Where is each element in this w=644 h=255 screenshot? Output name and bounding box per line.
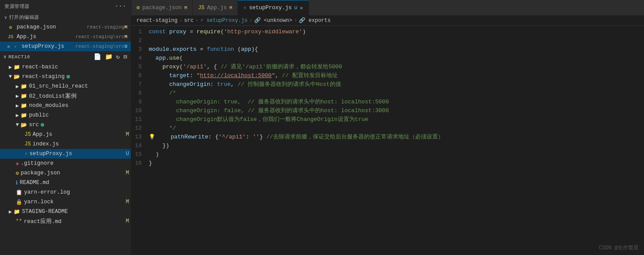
log-icon: 📋 — [16, 189, 22, 196]
tree-item-yarn-error-log[interactable]: 📋 yarn-error.log — [0, 188, 131, 197]
tree-item-label: react应用.md — [24, 218, 61, 225]
tab-close-icon[interactable]: ✕ — [300, 5, 303, 11]
tree-item-src[interactable]: ▼ 📂 src — [0, 120, 131, 130]
code-line-2: 2 — [131, 36, 644, 45]
line-content: module.exports = function (app){ — [149, 45, 644, 54]
tab-badge-m: M — [184, 5, 187, 11]
breadcrumb-sep2: › — [195, 18, 198, 24]
open-file-setupproxy[interactable]: ✕ ⚡ setupProxy.js react-staging\src U — [0, 42, 131, 51]
close-icon[interactable]: ✕ — [7, 43, 10, 50]
code-line-8: 8 /* — [131, 89, 644, 98]
code-line-10: 10 changeOrigin: false, // 服务器收到的请求头中的ho… — [131, 106, 644, 115]
tree-item-readme[interactable]: ℹ README.md — [0, 178, 131, 188]
collapse-icon[interactable]: ⊟ — [123, 53, 127, 60]
folder-icon: 📁 — [21, 112, 27, 119]
tab-label: package.json — [142, 5, 182, 11]
badge-m: M — [126, 218, 129, 224]
line-num: 10 — [131, 106, 149, 115]
refresh-icon[interactable]: ↻ — [116, 53, 120, 60]
code-line-9: 9 changeOrigin: true, // 服务器收到的请求头中的host… — [131, 98, 644, 106]
line-num: 16 — [131, 159, 149, 168]
badge-m: M — [126, 199, 129, 205]
modified-dot — [66, 75, 70, 78]
tab-js-icon: JS — [198, 5, 204, 11]
line-content: proxy('/api1', { // 遇见'/api1'前缀的请求，都会转发给… — [149, 63, 644, 71]
code-line-3: 3 module.exports = function (app){ — [131, 45, 644, 54]
folder-icon: 📁 — [14, 209, 20, 215]
open-file-name: setupProxy.js — [21, 43, 73, 50]
tree-item-react-yingyong[interactable]: ** react应用.md M — [0, 216, 131, 226]
modified-badge: M — [124, 25, 127, 30]
chevron-right-icon: ▶ — [9, 209, 12, 215]
ellipsis-icon[interactable]: ··· — [115, 3, 126, 10]
tree-item-yarn-lock[interactable]: 🔒 yarn.lock M — [0, 197, 131, 207]
chevron-right-icon: ▶ — [16, 103, 19, 109]
lightbulb-icon[interactable]: 💡 — [149, 134, 155, 140]
tree-item-gitignore[interactable]: ◈ .gitignore — [0, 159, 131, 168]
line-num: 12 — [131, 124, 149, 133]
tree-item-label: 02_todoList案例 — [29, 92, 77, 100]
breadcrumb-exports: 🔗 exports — [299, 17, 331, 24]
tree-item-02todo[interactable]: ▶ 📁 02_todoList案例 — [0, 91, 131, 101]
chevron-down-icon: ▼ — [9, 74, 12, 80]
breadcrumb-react-staging[interactable]: react-staging — [136, 18, 178, 24]
line-content: changeOrigin默认值为false，但我们一般将ChangeOrigin… — [149, 115, 644, 124]
folder-icon: 📁 — [21, 103, 27, 109]
modified-dot — [41, 123, 44, 127]
breadcrumb-sep4: › — [294, 18, 297, 24]
new-folder-icon[interactable]: 📁 — [105, 53, 113, 60]
line-num: 6 — [131, 71, 149, 80]
json-icon: ⚙ — [16, 170, 19, 177]
breadcrumb-setupproxy[interactable]: ⚡ setupProxy.js — [200, 17, 248, 24]
line-num: 13 — [131, 133, 149, 142]
tree-item-01src[interactable]: ▶ 📁 01_src_hello_react — [0, 81, 131, 91]
tab-bar: ⚙ package.json M JS App.js M ⚡ setupProx… — [131, 0, 644, 15]
proxy-file-icon: ⚡ — [12, 43, 19, 50]
new-file-icon[interactable]: 📄 — [94, 53, 102, 60]
tree-item-label: App.js — [32, 131, 52, 138]
tree-item-public[interactable]: ▶ 📁 public — [0, 110, 131, 120]
tree-item-indexjs[interactable]: JS index.js — [0, 139, 131, 149]
tree-item-react-staging[interactable]: ▼ 📂 react-staging — [0, 72, 131, 81]
tree-item-setupproxy[interactable]: ⚡ setupProxy.js U — [0, 149, 131, 159]
badge-m: M — [126, 170, 129, 176]
editor-area[interactable]: 1 const proxy = require('http-proxy-midd… — [131, 26, 644, 255]
open-file-appjs[interactable]: JS App.js react-staging\src M — [0, 32, 131, 42]
tree-item-label: 01_src_hello_react — [29, 83, 88, 89]
line-num: 9 — [131, 98, 149, 106]
tab-setupproxy[interactable]: ⚡ setupProxy.js U ✕ — [238, 0, 309, 15]
tree-item-appjs[interactable]: JS App.js M — [0, 130, 131, 139]
tab-package-json[interactable]: ⚙ package.json M — [131, 0, 193, 15]
tree-item-label: package.json — [21, 170, 60, 176]
line-content — [149, 36, 644, 45]
line-num: 1 — [131, 28, 149, 36]
line-content: 💡 pathRewrite: {'^/api1': ''} //去除请求前缀，保… — [149, 133, 644, 142]
tree-item-node-modules[interactable]: ▶ 📁 node_modules — [0, 101, 131, 110]
explorer-label: REACT16 — [8, 54, 30, 60]
open-file-path: react-staging\src — [75, 44, 124, 49]
breadcrumb-src[interactable]: src — [184, 18, 194, 24]
js-file-icon: JS — [24, 131, 31, 138]
sidebar-header-icons: ··· — [115, 3, 126, 10]
tree-item-react-basic[interactable]: ▶ 📁 react-basic — [0, 62, 131, 72]
line-num: 2 — [131, 36, 149, 45]
tree-item-staging-readme[interactable]: ▶ 📁 STAGING-README — [0, 207, 131, 216]
modified-badge: M — [124, 34, 127, 39]
line-content: target: "http://localhost:5000", // 配置转发… — [149, 71, 644, 80]
tab-badge-m: M — [229, 5, 232, 11]
open-file-path: react-staging — [87, 25, 125, 30]
line-num: 5 — [131, 63, 149, 71]
badge-m: M — [126, 131, 129, 138]
code-line-1: 1 const proxy = require('http-proxy-midd… — [131, 28, 644, 36]
code-line-16: 16 } — [131, 159, 644, 168]
git-icon: ◈ — [16, 160, 19, 167]
line-num: 11 — [131, 115, 149, 124]
open-file-package-json[interactable]: ⚙ package.json react-staging M — [0, 22, 131, 32]
code-line-7: 7 changeOrigin: true, // 控制服务器收到的请求头中Hos… — [131, 80, 644, 89]
untracked-badge: U — [124, 44, 127, 49]
tab-appjs[interactable]: JS App.js M — [193, 0, 238, 15]
tree-item-packagejson[interactable]: ⚙ package.json M — [0, 168, 131, 178]
folder-icon: 📁 — [21, 83, 27, 90]
line-content: const proxy = require('http-proxy-middle… — [149, 28, 644, 36]
chevron-icon: ∨ — [4, 15, 7, 20]
